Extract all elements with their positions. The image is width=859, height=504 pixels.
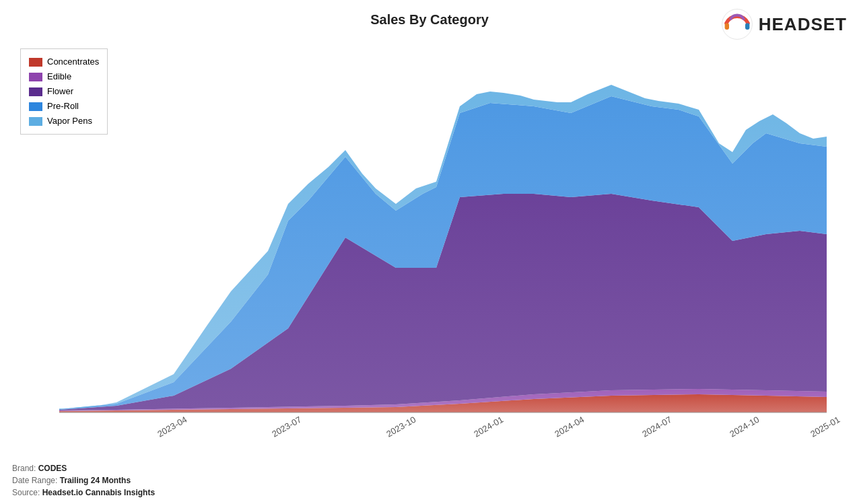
- legend-swatch-vaporpens: [29, 117, 42, 126]
- footer-brand-label: Brand:: [12, 464, 36, 473]
- footer-date-range: Date Range: Trailing 24 Months: [12, 474, 155, 487]
- x-label-2023-07: 2023-07: [270, 415, 303, 439]
- chart-container: Sales By Category HEADSET Concentrates E…: [0, 0, 859, 504]
- legend-item-vaporpens: Vapor Pens: [29, 114, 99, 129]
- legend-item-flower: Flower: [29, 84, 99, 99]
- footer-date-range-value: Trailing 24 Months: [60, 476, 131, 485]
- chart-legend: Concentrates Edible Flower Pre-Roll Vapo…: [20, 48, 108, 135]
- svg-rect-2: [745, 23, 749, 30]
- legend-swatch-edible: [29, 73, 42, 81]
- x-label-2024-04: 2024-04: [553, 415, 586, 439]
- footer-source: Source: Headset.io Cannabis Insights: [12, 487, 155, 499]
- headset-logo: HEADSET: [721, 8, 847, 40]
- x-label-2024-07: 2024-07: [640, 415, 673, 439]
- legend-swatch-concentrates: [29, 58, 42, 67]
- x-label-2023-10: 2023-10: [384, 415, 417, 439]
- legend-label-flower: Flower: [47, 84, 73, 99]
- legend-label-vaporpens: Vapor Pens: [47, 114, 92, 129]
- chart-footer: Brand: CODES Date Range: Trailing 24 Mon…: [12, 462, 155, 499]
- legend-label-preroll: Pre-Roll: [47, 99, 79, 114]
- footer-source-value: Headset.io Cannabis Insights: [42, 488, 155, 497]
- legend-label-edible: Edible: [47, 69, 71, 84]
- legend-label-concentrates: Concentrates: [47, 55, 99, 69]
- legend-item-preroll: Pre-Roll: [29, 99, 99, 114]
- x-label-2024-01: 2024-01: [472, 415, 505, 439]
- footer-source-label: Source:: [12, 488, 40, 497]
- svg-rect-1: [724, 23, 728, 30]
- x-label-2024-10: 2024-10: [728, 415, 761, 439]
- footer-date-range-label: Date Range:: [12, 476, 57, 485]
- x-label-2023-04: 2023-04: [156, 415, 188, 439]
- legend-swatch-flower: [29, 87, 42, 96]
- legend-item-edible: Edible: [29, 69, 99, 84]
- footer-brand: Brand: CODES: [12, 462, 155, 474]
- area-chart-svg: 2023-04 2023-07 2023-10 2024-01 2024-04 …: [19, 39, 840, 449]
- footer-brand-value: CODES: [38, 464, 67, 473]
- headset-logo-text: HEADSET: [759, 14, 847, 35]
- x-label-2025-01: 2025-01: [809, 415, 840, 439]
- legend-item-concentrates: Concentrates: [29, 55, 99, 69]
- legend-swatch-preroll: [29, 102, 42, 111]
- headset-logo-icon: [721, 8, 753, 40]
